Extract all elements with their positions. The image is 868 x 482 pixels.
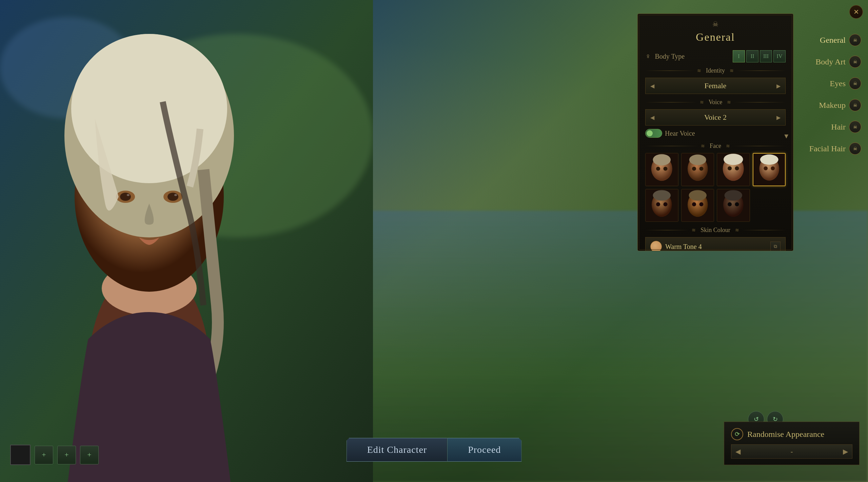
voice-arrow-right[interactable]: ▶ — [776, 114, 781, 121]
voice-value: Voice 2 — [654, 113, 776, 122]
identity-selector[interactable]: ◀ Female ▶ — [645, 78, 786, 94]
nav-item-makeup[interactable]: Makeup ☠ — [800, 99, 861, 111]
randomise-arrow-right[interactable]: ▶ — [843, 447, 848, 456]
nav-icon-body-art: ☠ — [849, 56, 861, 68]
main-panel: ☠ General ♀ Body Type I II III IV ≋ Iden… — [637, 14, 793, 251]
swirl-left-skin: ≋ — [692, 227, 696, 233]
svg-point-21 — [689, 155, 706, 165]
body-type-label: Body Type — [655, 53, 729, 60]
svg-point-32 — [764, 166, 768, 170]
nav-item-body-art[interactable]: Body Art ☠ — [800, 56, 861, 68]
nav-icon-hair: ☠ — [849, 121, 861, 133]
svg-point-11 — [167, 193, 178, 201]
add-icon-btn-2[interactable]: + — [57, 446, 76, 464]
randomise-selector[interactable]: ◀ - ▶ — [731, 444, 852, 459]
add-icon-btn-1[interactable]: + — [35, 446, 53, 464]
svg-point-42 — [692, 202, 696, 206]
svg-point-23 — [699, 167, 703, 171]
identity-label: Identity — [706, 67, 725, 74]
face-divider-line-right — [733, 146, 786, 146]
bottom-left-icons: + + + — [10, 445, 99, 465]
swirl-left-voice: ≋ — [700, 99, 704, 105]
nav-icon-general: ☠ — [849, 34, 861, 46]
nav-icon-makeup: ☠ — [849, 99, 861, 111]
nav-item-facial-hair[interactable]: Facial Hair ☠ — [800, 142, 861, 155]
randomise-panel: ⟳ Randomise Appearance ◀ - ▶ — [724, 422, 860, 465]
skin-copy-button[interactable]: ⧉ — [770, 242, 781, 251]
randomise-icon: ⟳ — [731, 428, 743, 440]
face-option-5[interactable] — [645, 189, 678, 222]
hear-voice-label: Hear Voice — [665, 130, 695, 137]
swirl-right-face: ≋ — [726, 143, 730, 149]
voice-divider-line-right — [734, 102, 786, 102]
voice-arrow-left[interactable]: ◀ — [650, 114, 654, 121]
svg-point-36 — [653, 190, 671, 200]
character-area — [0, 0, 475, 482]
nav-label-hair: Hair — [831, 122, 846, 132]
svg-point-7 — [71, 34, 227, 183]
svg-point-12 — [127, 194, 130, 196]
voice-divider-line-left — [645, 102, 697, 102]
hear-voice-toggle[interactable] — [645, 129, 662, 138]
body-type-btn-3[interactable]: III — [760, 50, 772, 62]
swirl-left-identity: ≋ — [697, 68, 701, 74]
identity-arrow-left[interactable]: ◀ — [650, 83, 654, 89]
body-type-btn-4[interactable]: IV — [773, 50, 786, 62]
svg-point-46 — [724, 190, 742, 200]
swirl-right-skin: ≋ — [735, 227, 739, 233]
skin-divider-line-left — [645, 230, 689, 230]
nav-label-makeup: Makeup — [819, 101, 846, 110]
face-option-3[interactable] — [717, 153, 750, 186]
identity-value: Female — [654, 81, 776, 90]
svg-point-48 — [735, 202, 739, 206]
face-option-1[interactable] — [645, 153, 678, 186]
skin-colour-label: Skin Colour — [701, 227, 730, 234]
body-type-btn-1[interactable]: I — [733, 50, 745, 62]
randomise-selector-value: - — [791, 448, 793, 456]
face-option-2[interactable] — [681, 153, 714, 186]
nav-label-facial-hair: Facial Hair — [809, 144, 846, 153]
panel-title: General — [645, 31, 786, 43]
body-type-row: ♀ Body Type I II III IV — [645, 50, 786, 62]
skin-colour-divider: ≋ Skin Colour ≋ — [645, 227, 786, 234]
face-divider-line-left — [645, 146, 698, 146]
voice-label: Voice — [709, 99, 723, 106]
face-option-4[interactable] — [753, 153, 786, 186]
randomise-button[interactable]: ⟳ Randomise Appearance — [731, 428, 852, 440]
body-type-icon: ♀ — [645, 52, 651, 61]
nav-item-eyes[interactable]: Eyes ☠ — [800, 77, 861, 90]
face-option-7[interactable] — [717, 189, 750, 222]
add-icon-btn-3[interactable]: + — [80, 446, 99, 464]
svg-point-10 — [120, 193, 131, 201]
scroll-down-arrow[interactable]: ▼ — [783, 132, 790, 140]
svg-point-13 — [174, 194, 177, 196]
nav-item-general[interactable]: General ☠ — [800, 34, 861, 46]
nav-label-general: General — [820, 36, 846, 45]
svg-point-38 — [664, 202, 668, 206]
nav-label-eyes: Eyes — [830, 79, 846, 88]
svg-point-41 — [689, 190, 707, 200]
face-option-empty — [753, 189, 786, 222]
face-grid — [645, 153, 786, 222]
identity-divider: ≋ Identity ≋ — [645, 67, 786, 74]
character-svg — [0, 0, 373, 482]
close-button[interactable]: ✕ — [849, 5, 863, 19]
color-swatch[interactable] — [10, 445, 31, 465]
voice-selector[interactable]: ◀ Voice 2 ▶ — [645, 109, 786, 126]
skin-colour-row[interactable]: Warm Tone 4 ⧉ — [645, 237, 786, 251]
edit-character-button[interactable]: Edit Character — [347, 438, 447, 462]
randomise-arrow-left[interactable]: ◀ — [735, 447, 741, 456]
right-navigation: General ☠ Body Art ☠ Eyes ☠ Makeup ☠ Hai… — [800, 34, 868, 155]
svg-point-31 — [760, 154, 778, 165]
body-type-btn-2[interactable]: II — [746, 50, 758, 62]
face-option-6[interactable] — [681, 189, 714, 222]
svg-point-27 — [728, 166, 732, 170]
face-label: Face — [710, 142, 721, 150]
identity-arrow-right[interactable]: ▶ — [776, 83, 781, 89]
svg-point-47 — [728, 202, 732, 206]
randomise-label: Randomise Appearance — [747, 430, 824, 439]
proceed-button[interactable]: Proceed — [447, 438, 521, 462]
skin-colour-swatch — [650, 241, 662, 251]
hear-voice-button[interactable]: Hear Voice — [645, 129, 786, 138]
nav-item-hair[interactable]: Hair ☠ — [800, 121, 861, 133]
